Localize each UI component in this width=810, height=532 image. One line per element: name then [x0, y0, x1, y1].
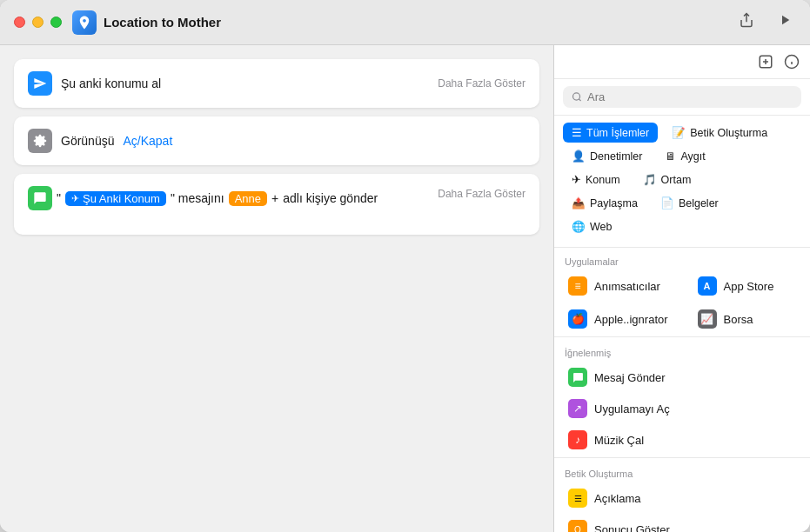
category-row-2: 👤 Denetimler 🖥 Aygıt: [563, 146, 801, 166]
cat-aygit-button[interactable]: 🖥 Aygıt: [656, 146, 713, 166]
card1-label: Şu anki konumu al: [61, 76, 161, 90]
card1-content: Şu anki konumu al: [28, 71, 431, 96]
message-icon: [28, 186, 52, 210]
apple-label: Apple..ignrator: [594, 313, 668, 326]
play-music-icon: ♪: [568, 430, 587, 449]
play-button[interactable]: [773, 9, 796, 36]
apps-grid: ≡ Anımsatıcılar A App Store 🍎 Apple..ign…: [554, 270, 810, 335]
category-row-3: ✈ Konum 🎵 Ortam: [563, 170, 801, 190]
search-input[interactable]: [587, 90, 793, 103]
cat-belgeler-icon: 📄: [660, 196, 674, 209]
cat-all-button[interactable]: ☰ Tüm İşlemler: [563, 123, 658, 143]
actions-list: Uygulamalar ≡ Anımsatıcılar A App Store …: [554, 248, 810, 532]
list-item[interactable]: ☰ Açıklama: [558, 482, 807, 514]
right-panel: ☰ Tüm İşlemler 📝 Betik Oluşturma 👤 Denet…: [553, 45, 810, 532]
show-result-label: Sonucu Göster: [594, 523, 670, 533]
cat-betik-icon: 📝: [672, 126, 686, 139]
maximize-button[interactable]: [50, 17, 62, 28]
cat-all-icon: ☰: [572, 126, 582, 139]
cat-ortam-button[interactable]: 🎵 Ortam: [634, 170, 700, 190]
address-text: adlı kişiye gönder: [283, 191, 378, 205]
quote-open: ": [57, 191, 61, 205]
cat-belgeler-button[interactable]: 📄 Belgeler: [652, 193, 727, 213]
cat-denetimler-icon: 👤: [572, 150, 586, 163]
cat-paylasma-label: Paylaşma: [590, 197, 638, 209]
stocks-label: Borsa: [724, 313, 753, 326]
cat-denetimler-label: Denetimler: [590, 150, 642, 163]
cat-aygit-label: Aygıt: [680, 150, 705, 163]
info-button[interactable]: [784, 54, 800, 73]
card2-text: Görünüşü: [61, 134, 114, 148]
toggle-view-card: Görünüşü Aç/Kapat: [14, 116, 539, 165]
open-app-label: Uygulamayı Aç: [594, 402, 670, 416]
cat-konum-button[interactable]: ✈ Konum: [563, 170, 629, 190]
plus-text: +: [271, 191, 278, 205]
add-action-button[interactable]: [758, 54, 773, 73]
send-msg-icon: [568, 368, 587, 387]
search-section: [554, 79, 810, 116]
list-item[interactable]: ↗ Uygulamayı Aç: [558, 393, 807, 424]
pinned-section-label: İğnelenmiş: [554, 339, 810, 362]
appstore-icon: A: [698, 276, 717, 296]
reminders-label: Anımsatıcılar: [594, 280, 660, 293]
categories-section: ☰ Tüm İşlemler 📝 Betik Oluşturma 👤 Denet…: [554, 116, 810, 248]
play-music-label: Müzik Çal: [594, 434, 644, 447]
betik-section-label: Betik Oluşturma: [554, 460, 810, 482]
cat-betik-button[interactable]: 📝 Betik Oluşturma: [663, 123, 776, 143]
list-item[interactable]: 🍎 Apple..ignrator: [558, 303, 679, 335]
appstore-label: App Store: [724, 280, 774, 293]
search-icon: [572, 91, 582, 103]
token-label: Şu Anki Konum: [83, 192, 160, 205]
list-item[interactable]: A App Store: [687, 270, 807, 302]
list-item[interactable]: ♪ Müzik Çal: [558, 424, 807, 456]
cat-belgeler-label: Belgeler: [679, 197, 719, 209]
main-content: Şu anki konumu al Daha Fazla Göster Görü…: [0, 45, 810, 532]
apps-section-label: Uygulamalar: [554, 248, 810, 270]
send-message-card: " ✈ Şu Anki Konum " mesajını Anne + adlı…: [14, 174, 539, 235]
location-token[interactable]: ✈ Şu Anki Konum: [65, 191, 166, 206]
svg-point-3: [573, 93, 580, 100]
settings-icon: [28, 129, 52, 153]
location-icon: [28, 71, 52, 96]
minimize-button[interactable]: [32, 17, 44, 28]
cat-ortam-label: Ortam: [661, 174, 692, 186]
search-bar[interactable]: [563, 86, 801, 108]
category-row-5: 🌐 Web: [563, 216, 801, 236]
card3-more[interactable]: Daha Fazla Göster: [438, 186, 525, 200]
cat-aygit-icon: 🖥: [665, 150, 676, 163]
share-button[interactable]: [735, 9, 758, 36]
left-panel: Şu anki konumu al Daha Fazla Göster Görü…: [0, 45, 553, 532]
apple-icon: 🍎: [568, 309, 587, 329]
open-app-icon: ↗: [568, 399, 587, 418]
reminders-icon: ≡: [568, 276, 587, 296]
cat-web-icon: 🌐: [572, 220, 586, 233]
category-row-4: 📤 Paylaşma 📄 Belgeler: [563, 193, 801, 213]
card1-more[interactable]: Daha Fazla Göster: [438, 77, 525, 90]
aciklama-label: Açıklama: [594, 492, 640, 505]
close-button[interactable]: [14, 17, 25, 28]
card2-link[interactable]: Aç/Kapat: [123, 134, 172, 148]
cat-paylasma-icon: 📤: [572, 196, 586, 209]
contact-token[interactable]: Anne: [229, 191, 267, 206]
cat-web-label: Web: [590, 221, 612, 233]
list-item[interactable]: ≡ Anımsatıcılar: [558, 270, 679, 302]
right-panel-header: [554, 45, 810, 79]
token-nav-icon: ✈: [71, 193, 79, 204]
cat-denetimler-button[interactable]: 👤 Denetimler: [563, 146, 651, 166]
stocks-icon: 📈: [698, 309, 717, 329]
cat-all-label: Tüm İşlemler: [586, 127, 649, 139]
list-item[interactable]: Q Sonucu Göster: [558, 514, 807, 532]
send-msg-label: Mesaj Gönder: [594, 371, 666, 384]
app-icon: [72, 10, 97, 35]
message-suffix: " mesajını: [171, 191, 224, 205]
list-item[interactable]: 📈 Borsa: [687, 303, 807, 335]
titlebar: Location to Mother: [0, 0, 810, 45]
app-window: Location to Mother: [0, 0, 810, 532]
cat-paylasma-button[interactable]: 📤 Paylaşma: [563, 193, 646, 213]
cat-web-button[interactable]: 🌐 Web: [563, 216, 620, 236]
traffic-lights: [14, 17, 62, 28]
list-item[interactable]: Mesaj Gönder: [558, 362, 807, 393]
show-result-icon: Q: [568, 520, 587, 532]
category-row-1: ☰ Tüm İşlemler 📝 Betik Oluşturma: [563, 123, 801, 143]
cat-konum-label: Konum: [586, 174, 620, 186]
